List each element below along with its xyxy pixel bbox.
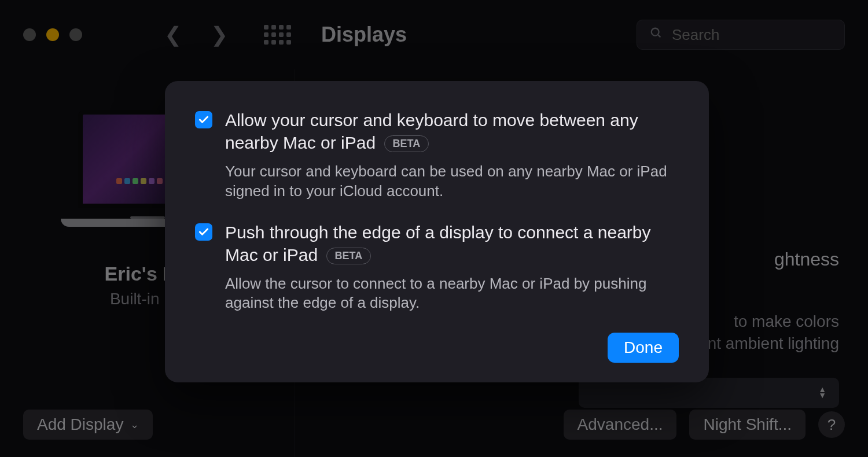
checkbox-push-through-edge[interactable]	[195, 223, 212, 241]
beta-badge: BETA	[384, 135, 429, 152]
option-allow-cursor-keyboard: Allow your cursor and keyboard to move b…	[195, 109, 679, 201]
option-description: Your cursor and keyboard can be used on …	[225, 162, 679, 201]
option-push-through-edge: Push through the edge of a display to co…	[195, 221, 679, 314]
option-description: Allow the cursor to connect to a nearby …	[225, 274, 679, 314]
option-title: Push through the edge of a display to co…	[225, 223, 651, 264]
checkbox-allow-cursor-keyboard[interactable]	[195, 111, 212, 128]
done-button[interactable]: Done	[608, 333, 679, 363]
check-icon	[198, 114, 209, 126]
done-label: Done	[624, 338, 663, 356]
option-title: Allow your cursor and keyboard to move b…	[225, 110, 638, 152]
beta-badge: BETA	[326, 248, 372, 264]
universal-control-sheet: Allow your cursor and keyboard to move b…	[165, 81, 709, 382]
check-icon	[198, 226, 209, 238]
